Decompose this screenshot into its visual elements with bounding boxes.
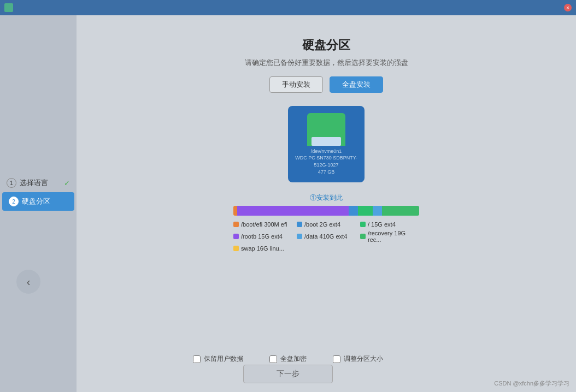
watermark: CSDN @xfchn多多学习学习 (494, 379, 569, 388)
back-icon: ‹ (27, 276, 31, 288)
partition-bar (233, 206, 419, 216)
legend-item: /rootb 15G ext4 (233, 230, 292, 243)
mode-buttons: 手动安装 全盘安装 (269, 76, 383, 93)
option-2[interactable]: 调整分区大小 (333, 354, 383, 364)
sidebar-item-partition[interactable]: 2 硬盘分区 (2, 192, 74, 211)
disk-card[interactable]: /dev/nvme0n1 WDC PC SN730 SDBPNTY-512G-1… (288, 106, 365, 182)
legend-item: / 15G ext4 (360, 221, 419, 228)
step-num-2: 2 (9, 197, 19, 206)
page-title: 硬盘分区 (302, 37, 350, 54)
legend-item: /boot/efi 300M efi (233, 221, 292, 228)
sidebar-item-language[interactable]: 1 选择语言 ✓ (0, 174, 77, 192)
page-subtitle: 请确定您已备份好重要数据，然后选择要安装的强盘 (245, 58, 408, 68)
next-button[interactable]: 下一步 (243, 365, 333, 383)
step-check-1: ✓ (64, 179, 70, 187)
manual-install-button[interactable]: 手动安装 (269, 76, 323, 93)
sidebar-label-language: 选择语言 (20, 178, 48, 188)
option-0[interactable]: 保留用户数据 (193, 354, 243, 364)
legend-item: swap 16G linu... (233, 245, 292, 252)
partition-legend: /boot/efi 300M efi/boot 2G ext4/ 15G ext… (233, 221, 419, 252)
close-button[interactable]: × (564, 4, 572, 11)
legend-item: /data 410G ext4 (297, 230, 356, 243)
sidebar-label-partition: 硬盘分区 (22, 197, 50, 206)
option-1[interactable]: 全盘加密 (269, 354, 307, 364)
sidebar: 1 选择语言 ✓ 2 硬盘分区 (0, 15, 77, 392)
back-button[interactable]: ‹ (16, 270, 40, 294)
app-icon (4, 3, 13, 12)
full-install-button[interactable]: 全盘安装 (330, 76, 383, 93)
title-bar: × (0, 0, 576, 15)
next-btn-wrap: 下一步 (0, 365, 576, 383)
content-area: 硬盘分区 请确定您已备份好重要数据，然后选择要安装的强盘 手动安装 全盘安装 /… (77, 15, 576, 392)
legend-item: /boot 2G ext4 (297, 221, 356, 228)
partition-section: ①安装到此 /boot/efi 300M efi/boot 2G ext4/ 1… (222, 193, 430, 252)
install-to-label: ①安装到此 (310, 193, 343, 203)
step-num-1: 1 (7, 178, 16, 188)
legend-item: /recovery 19G rec... (360, 230, 419, 243)
disk-info: /dev/nvme0n1 WDC PC SN730 SDBPNTY-512G-1… (288, 148, 365, 175)
disk-icon (307, 113, 345, 146)
main-area: 1 选择语言 ✓ 2 硬盘分区 ‹ 硬盘分区 请确定您已备份好重要数据，然后选择… (0, 15, 576, 392)
bottom-options: 保留用户数据全盘加密调整分区大小 (0, 354, 576, 364)
